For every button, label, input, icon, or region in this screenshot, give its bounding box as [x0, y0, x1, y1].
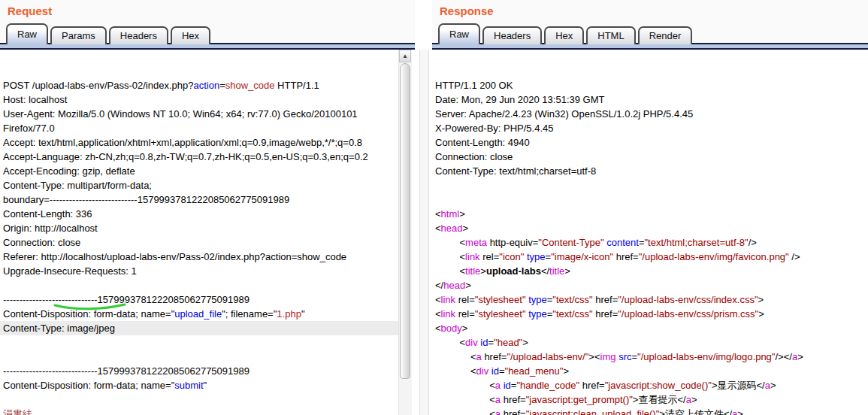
response-line: <head>	[432, 221, 868, 235]
request-line: 涓婁紶	[0, 407, 398, 415]
response-line: Server: Apache/2.4.23 (Win32) OpenSSL/1.…	[432, 107, 868, 121]
response-line: <link rel="icon" type="image/x-icon" hre…	[432, 250, 868, 264]
response-tab-html[interactable]: HTML	[586, 26, 635, 44]
scroll-up-icon[interactable]: ▲	[399, 50, 411, 62]
response-editor[interactable]: HTTP/1.1 200 OKDate: Mon, 29 Jun 2020 13…	[432, 50, 868, 415]
request-scrollbar-thumb[interactable]	[400, 63, 410, 379]
response-tab-hex[interactable]: Hex	[544, 26, 584, 44]
request-line: boundary=---------------------------1579…	[0, 192, 398, 207]
request-line: Accept: text/html,application/xhtml+xml,…	[0, 135, 398, 150]
request-scrollbar[interactable]: ▲	[398, 50, 412, 415]
response-line: Connection: close	[432, 150, 868, 164]
request-title: Request	[8, 5, 52, 17]
request-line: POST /upload-labs-env/Pass-02/index.php?…	[0, 78, 398, 92]
response-tab-render[interactable]: Render	[638, 26, 693, 44]
request-raw-text: POST /upload-labs-env/Pass-02/index.php?…	[0, 78, 398, 415]
response-line: <body>	[432, 321, 868, 335]
request-line: Host: localhost	[0, 92, 398, 107]
request-line: Referer: http://localhost/upload-labs-en…	[0, 250, 398, 264]
request-line: Firefox/77.0	[0, 121, 398, 135]
response-title: Response	[440, 5, 494, 17]
request-line	[0, 278, 398, 292]
request-line: Content-Type: multipart/form-data;	[0, 178, 398, 192]
request-tab-params[interactable]: Params	[50, 26, 107, 44]
response-tab-bar: RawHeadersHexHTMLRender	[438, 23, 694, 44]
request-line: -----------------------------15799937812…	[0, 364, 398, 378]
response-line: Content-Length: 4940	[432, 135, 868, 150]
response-line: <a href="javascript:clean_upload_file()"…	[432, 407, 868, 415]
request-editor[interactable]: POST /upload-labs-env/Pass-02/index.php?…	[0, 50, 398, 415]
response-line: Date: Mon, 29 Jun 2020 13:51:39 GMT	[432, 92, 868, 107]
response-line	[432, 178, 868, 192]
response-line: <link rel="stylesheet" type="text/css" h…	[432, 292, 868, 307]
response-line: <a href="javascript:get_prompt()">查看提示</…	[432, 392, 868, 407]
response-line: HTTP/1.1 200 OK	[432, 78, 868, 92]
response-line	[432, 192, 868, 207]
request-line: Content-Disposition: form-data; name="su…	[0, 378, 398, 392]
request-line: -----------------------------15799937812…	[0, 292, 398, 307]
panel-splitter[interactable]	[419, 50, 429, 415]
request-line: Content-Length: 336	[0, 207, 398, 221]
request-line: Content-Disposition: form-data; name="up…	[0, 307, 398, 321]
response-raw-text: HTTP/1.1 200 OKDate: Mon, 29 Jun 2020 13…	[432, 78, 868, 415]
request-line-highlighted: Content-Type: image/jpeg	[0, 321, 398, 335]
request-line: Upgrade-Insecure-Requests: 1	[0, 264, 398, 278]
request-line	[0, 392, 398, 407]
response-line: <div id="head_menu">	[432, 364, 868, 378]
request-line: Accept-Encoding: gzip, deflate	[0, 164, 398, 178]
request-tab-bar: RawParamsHeadersHex	[6, 23, 213, 44]
response-line: <link rel="stylesheet" type="text/css" h…	[432, 307, 868, 321]
response-line: Content-Type: text/html;charset=utf-8	[432, 164, 868, 178]
request-line	[0, 335, 398, 350]
response-line: <div id="head">	[432, 335, 868, 350]
request-line: Accept-Language: zh-CN,zh;q=0.8,zh-TW;q=…	[0, 150, 398, 164]
response-tab-headers[interactable]: Headers	[482, 26, 542, 44]
response-line: <meta http-equiv="Content-Type" content=…	[432, 235, 868, 250]
response-tab-raw[interactable]: Raw	[438, 23, 480, 44]
request-tab-headers[interactable]: Headers	[109, 26, 168, 44]
request-tab-raw[interactable]: Raw	[6, 23, 48, 44]
response-line: <title>upload-labs</title>	[432, 264, 868, 278]
request-line: Origin: http://localhost	[0, 221, 398, 235]
request-header: Request RawParamsHeadersHex	[0, 0, 415, 43]
response-header: Response RawHeadersHexHTMLRender	[432, 0, 868, 43]
request-line: Connection: close	[0, 235, 398, 250]
response-line: <a id="handle_code" href="javascript:sho…	[432, 378, 868, 392]
response-line: X-Powered-By: PHP/5.4.45	[432, 121, 868, 135]
request-line	[0, 350, 398, 364]
request-tab-hex[interactable]: Hex	[171, 26, 210, 44]
response-line: <html>	[432, 207, 868, 221]
request-line: User-Agent: Mozilla/5.0 (Windows NT 10.0…	[0, 107, 398, 121]
response-line: </head>	[432, 278, 868, 292]
response-line: <a href="/upload-labs-env/"><img src="/u…	[432, 350, 868, 364]
